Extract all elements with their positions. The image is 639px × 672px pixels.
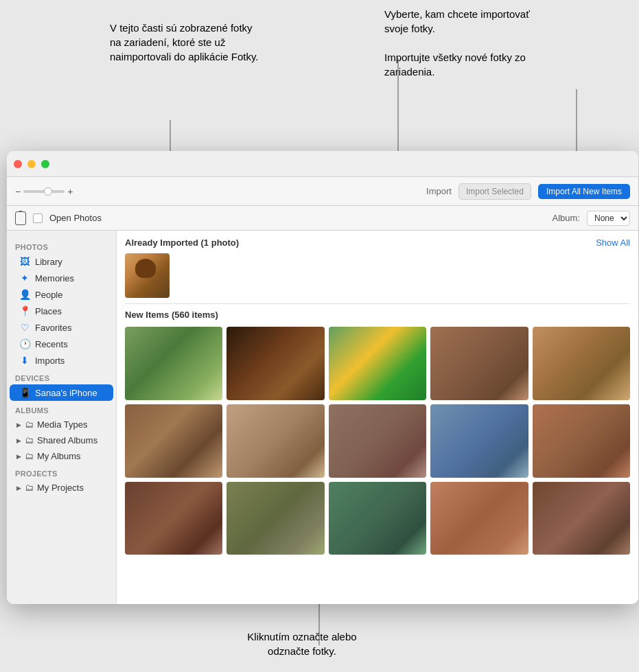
library-icon: 🖼 [19,256,30,267]
sidebar-item-memories[interactable]: ✦ Memories [10,270,113,286]
sidebar-item-iphone[interactable]: 📱 Sanaa's iPhone [10,384,113,401]
content-area: Photos 🖼 Library ✦ Memories 👤 People 📍 P… [7,231,638,604]
sidebar-item-places[interactable]: 📍 Places [10,303,113,319]
shared-albums-icon: 🗂 [25,435,34,445]
close-button[interactable] [14,160,22,168]
import-selected-button[interactable]: Import Selected [458,183,531,200]
sidebar-item-label: Recents [35,339,68,349]
open-photos-checkbox[interactable] [33,213,43,223]
sidebar-item-label: People [35,290,62,300]
photo-thumb[interactable] [329,327,426,400]
new-items-title: New Items (560 items) [125,310,630,320]
zoom-thumb [44,187,52,196]
main-window: − + Import Import Selected Import All Ne… [7,151,638,604]
my-albums-icon: 🗂 [25,451,34,461]
photo-thumb[interactable] [125,482,222,555]
annotation-topright: Vyberte, kam chcete importovať svoje fot… [384,7,535,79]
photo-grid-row-1 [125,327,630,400]
import-label: Import [426,186,452,196]
imports-icon: ⬇ [19,355,30,366]
zoom-control: − + [15,186,73,197]
show-all-link[interactable]: Show All [596,237,630,248]
photo-grid-row-3 [125,482,630,555]
sidebar-item-label: Imports [35,356,65,366]
sidebar-section-photos: Photos [7,237,116,253]
zoom-slider[interactable] [23,190,65,193]
places-icon: 📍 [19,305,30,316]
annotation-topleft: V tejto časti sú zobrazené fotky na zari… [110,21,261,64]
sidebar-item-label: My Albums [37,451,81,461]
photo-thumb[interactable] [125,327,222,400]
zoom-minus-button[interactable]: − [15,186,21,197]
photo-thumb[interactable] [533,404,630,478]
toolbar: − + Import Import Selected Import All Ne… [7,177,638,206]
album-select[interactable]: None [587,211,630,226]
sidebar-item-people[interactable]: 👤 People [10,286,113,303]
open-photos-label: Open Photos [49,213,102,223]
maximize-button[interactable] [41,160,49,168]
iphone-icon: 📱 [19,387,30,398]
album-label: Album: [553,213,580,223]
memories-icon: ✦ [19,273,30,283]
photo-thumb[interactable] [329,482,426,555]
sidebar-item-label: Library [35,257,62,267]
my-projects-icon: 🗂 [25,483,34,493]
photo-thumb[interactable] [430,327,528,400]
already-imported-header: Already Imported (1 photo) Show All [125,237,630,248]
photo-thumb[interactable] [226,327,324,400]
toolbar2: Open Photos Album: None [7,206,638,231]
favorites-icon: ♡ [19,322,30,333]
sidebar-item-favorites[interactable]: ♡ Favorites [10,319,113,336]
sidebar: Photos 🖼 Library ✦ Memories 👤 People 📍 P… [7,231,117,604]
sidebar-section-projects: Projects [7,464,116,480]
section-divider [125,303,630,304]
expand-arrow-projects: ▶ [16,485,21,491]
sidebar-item-shared-albums[interactable]: ▶ 🗂 Shared Albums [10,432,113,448]
sidebar-item-label: Memories [35,273,74,283]
imported-photo-dog[interactable] [125,253,170,298]
sidebar-item-media-types[interactable]: ▶ 🗂 Media Types [10,417,113,432]
media-types-icon: 🗂 [25,419,34,430]
annotation-topright-line2: Importujte všetky nové fotky zo zariaden… [384,50,535,79]
expand-arrow-media: ▶ [16,421,21,428]
recents-icon: 🕐 [19,338,30,349]
expand-arrow-myalbums: ▶ [16,453,21,460]
photo-thumb[interactable] [226,482,324,555]
titlebar [7,151,638,177]
sidebar-item-label: Sanaa's iPhone [35,388,97,398]
photo-grid-row-2 [125,404,630,478]
sidebar-item-my-projects[interactable]: ▶ 🗂 My Projects [10,480,113,496]
sidebar-item-my-albums[interactable]: ▶ 🗂 My Albums [10,448,113,464]
photo-thumb[interactable] [430,482,528,555]
photo-thumb[interactable] [533,327,630,400]
annotation-topright-line1: Vyberte, kam chcete importovať svoje fot… [384,7,535,36]
minimize-button[interactable] [27,160,36,168]
photo-area: Already Imported (1 photo) Show All New … [117,231,638,604]
photo-thumb[interactable] [329,404,426,478]
sidebar-item-label: Media Types [37,419,87,430]
import-all-button[interactable]: Import All New Items [538,184,630,199]
photo-thumb[interactable] [226,404,324,478]
device-icon [15,211,26,225]
sidebar-item-label: Favorites [35,323,71,333]
sidebar-item-library[interactable]: 🖼 Library [10,253,113,270]
sidebar-item-imports[interactable]: ⬇ Imports [10,352,113,369]
photo-thumb[interactable] [533,482,630,555]
sidebar-item-label: Places [35,306,62,316]
sidebar-section-devices: Devices [7,369,116,384]
people-icon: 👤 [19,289,30,300]
already-imported-title: Already Imported (1 photo) [125,237,239,248]
photo-thumb[interactable] [430,404,528,478]
sidebar-item-label: Shared Albums [37,435,97,445]
annotation-bottom: Kliknutím označte alebo odznačte fotky. [226,629,377,658]
photo-thumb[interactable] [125,404,222,478]
expand-arrow-shared: ▶ [16,437,21,444]
sidebar-item-label: My Projects [37,483,84,493]
zoom-plus-button[interactable]: + [67,186,73,197]
sidebar-section-albums: Albums [7,401,116,417]
sidebar-item-recents[interactable]: 🕐 Recents [10,336,113,352]
